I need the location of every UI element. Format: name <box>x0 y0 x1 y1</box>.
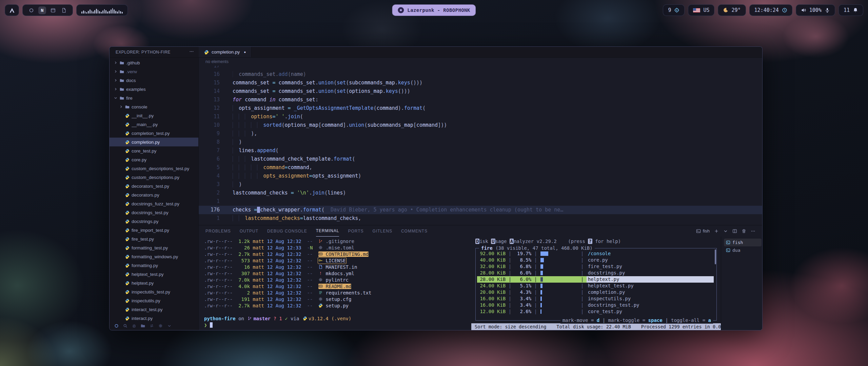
ring-button[interactable] <box>114 324 119 328</box>
dua-entry[interactable]: 16.00 KiB | 3.4% | | inspectutils.py <box>477 296 714 302</box>
terminal-profile-button[interactable]: fish <box>696 228 710 233</box>
clock-widget[interactable]: 12:40:24 <box>749 4 792 16</box>
system-monitor-graph[interactable] <box>76 4 128 16</box>
terminal-tab-fish[interactable]: fish <box>724 239 762 246</box>
tree-item-.venv[interactable]: .venv <box>110 67 198 76</box>
workspace-n-badge[interactable]: N <box>38 6 46 14</box>
tree-item-__init__.py[interactable]: __init__.py <box>110 111 198 120</box>
code-line[interactable]: 16 commands_set.add(name) <box>199 70 762 79</box>
panel-tab-problems[interactable]: PROBLEMS <box>205 225 231 237</box>
code-line[interactable]: 5 command=command, <box>199 163 762 172</box>
tree-item-fire_import_test.py[interactable]: fire_import_test.py <box>110 226 198 235</box>
new-terminal-button[interactable] <box>714 229 719 233</box>
code-line-current[interactable]: 176 checks = check_wrapper.format(David … <box>199 206 762 214</box>
terminal-dropdown-button[interactable] <box>723 229 728 233</box>
tree-item-custom_descriptions.py[interactable]: custom_descriptions.py <box>110 173 198 182</box>
code-line[interactable]: 14 commands_set = commands_set.union(set… <box>199 87 762 96</box>
tree-item-completion_test.py[interactable]: completion_test.py <box>110 129 198 138</box>
code-line[interactable]: 1 lastcommand_checks=lastcommand_checks, <box>199 214 762 223</box>
dua-entry[interactable]: 24.00 KiB | 5.1% | | helptext_test.py <box>477 283 714 289</box>
code-line[interactable]: 6 lastcommand_check_template.format( <box>199 155 762 163</box>
panel-tab-gitlens[interactable]: GITLENS <box>373 225 392 237</box>
dua-entry[interactable]: 40.00 KiB | 8.5% | | core.py <box>477 257 714 263</box>
tree-item-docstrings.py[interactable]: docstrings.py <box>110 217 198 226</box>
breadcrumb[interactable]: no elements <box>199 58 762 66</box>
dua-entry[interactable]: 28.00 KiB | 6.0% | | helptext.py <box>477 276 714 283</box>
folder-button[interactable] <box>141 324 145 328</box>
code-line[interactable]: 10 sorted(options_map[command].union(sub… <box>199 121 762 129</box>
panel-tab-debug-console[interactable]: DEBUG CONSOLE <box>267 225 307 237</box>
disk-usage-pane[interactable]: Disk Usage Analyzer v2.29.2 (press ? for… <box>471 237 721 330</box>
code-line[interactable]: 2 lastcommand_checks = '\n'.join(lines) <box>199 189 762 197</box>
tree-item-decorators_test.py[interactable]: decorators_test.py <box>110 182 198 190</box>
panel-tab-terminal[interactable]: TERMINAL <box>316 225 339 237</box>
media-player-widget[interactable]: Lazerpunk - ROBOPHONK <box>392 4 476 16</box>
modified-indicator[interactable]: ● <box>244 50 246 54</box>
tree-item-console[interactable]: console <box>110 102 198 111</box>
notifications-widget[interactable]: 11 <box>839 4 863 16</box>
tree-item-examples[interactable]: examples <box>110 85 198 94</box>
updates-widget[interactable]: 9 <box>663 4 685 16</box>
tree-item-fire[interactable]: fire <box>110 94 198 102</box>
code-line[interactable]: 8 ) <box>199 138 762 146</box>
tree-item-completion.py[interactable]: completion.py <box>110 138 198 146</box>
workspace-item-3[interactable] <box>49 6 57 14</box>
dua-entry[interactable]: 28.00 KiB | 6.0% | | docstrings.py <box>477 270 714 276</box>
terminal-pane[interactable]: .rw-r--r-- 1.2k matt 12 Aug 12:32 -- .gi… <box>199 237 471 330</box>
tree-item-custom_descriptions_test.py[interactable]: custom_descriptions_test.py <box>110 164 198 173</box>
panel-more-actions-button[interactable] <box>751 229 755 233</box>
tree-item-formatting_windows.py[interactable]: formatting_windows.py <box>110 252 198 261</box>
app-launcher-button[interactable] <box>5 4 19 16</box>
tree-item-interact.py[interactable]: interact.py <box>110 314 198 321</box>
code-line[interactable]: 12 opts_assignment = _GetOptsAssignmentT… <box>199 104 762 113</box>
tree-item-.github[interactable]: .github <box>110 58 198 67</box>
dua-entry[interactable]: 16.00 KiB | 3.4% | | docstrings_test.py <box>477 302 714 308</box>
dua-entry[interactable]: 20.00 KiB | 4.3% | | completion.py <box>477 289 714 296</box>
code-line[interactable]: 4 opts_assignment=opts_assignment) <box>199 172 762 180</box>
tree-item-helptext_test.py[interactable]: helptext_test.py <box>110 270 198 279</box>
tree-item-inspectutils_test.py[interactable]: inspectutils_test.py <box>110 287 198 296</box>
panel-tab-output[interactable]: OUTPUT <box>240 225 258 237</box>
code-line[interactable]: 7 lines.append( <box>199 146 762 155</box>
code-editor[interactable]: 17 """16 commands_set.add(name)15 comman… <box>199 66 762 225</box>
kill-terminal-button[interactable] <box>742 229 746 233</box>
chevd-button[interactable] <box>167 324 172 328</box>
code-line[interactable]: 3 ) <box>199 180 762 189</box>
tree-item-helptext.py[interactable]: helptext.py <box>110 279 198 287</box>
code-line[interactable]: 17 """ <box>199 66 762 70</box>
bug-button[interactable] <box>132 324 136 328</box>
tree-item-formatting_test.py[interactable]: formatting_test.py <box>110 243 198 252</box>
tree-item-formatting.py[interactable]: formatting.py <box>110 261 198 270</box>
audio-widget[interactable]: 100% <box>796 4 835 16</box>
tree-item-docstrings_test.py[interactable]: docstrings_test.py <box>110 208 198 217</box>
tree-item-interact_test.py[interactable]: interact_test.py <box>110 305 198 314</box>
swap-button[interactable] <box>150 324 154 328</box>
workspace-item-4[interactable] <box>60 6 68 14</box>
tree-item-core.py[interactable]: core.py <box>110 155 198 164</box>
tree-item-inspectutils.py[interactable]: inspectutils.py <box>110 296 198 305</box>
code-line[interactable]: 13 for command in commands_set: <box>199 96 762 104</box>
code-line[interactable]: 9 ), <box>199 129 762 138</box>
tree-item-fire_test.py[interactable]: fire_test.py <box>110 235 198 243</box>
weather-widget[interactable]: 29° <box>718 4 746 16</box>
terminal-prompt[interactable]: ❯ <box>204 322 471 328</box>
dua-scrollbar[interactable] <box>715 249 716 264</box>
terminal-tab-dua[interactable]: dua <box>724 246 762 254</box>
code-line[interactable]: 11 options=' '.join( <box>199 113 762 121</box>
gear-button[interactable] <box>158 324 163 328</box>
panel-tab-comments[interactable]: COMMENTS <box>401 225 428 237</box>
dua-entry[interactable]: 32.00 KiB | 6.8% | | fire_test.py <box>477 263 714 270</box>
split-terminal-button[interactable] <box>732 229 737 233</box>
editor-tab-completion[interactable]: completion.py ● <box>199 47 252 57</box>
workspace-item-1[interactable] <box>27 6 35 14</box>
panel-tab-ports[interactable]: PORTS <box>348 225 363 237</box>
keyboard-layout-widget[interactable]: US <box>688 4 714 16</box>
tree-item-docs[interactable]: docs <box>110 76 198 85</box>
explorer-actions-button[interactable] <box>189 49 194 55</box>
tree-item-__main__.py[interactable]: __main__.py <box>110 120 198 129</box>
dua-entry[interactable]: 12.00 KiB | 2.6% | | core_test.py <box>477 308 714 315</box>
tree-item-core_test.py[interactable]: core_test.py <box>110 146 198 155</box>
code-line[interactable]: 15 commands_set = commands_set.union(set… <box>199 79 762 87</box>
code-line[interactable]: 1 <box>199 197 762 206</box>
terminal-prompt[interactable]: python-fire on master ? 1 ✓ via v3.12.4 … <box>204 316 471 322</box>
